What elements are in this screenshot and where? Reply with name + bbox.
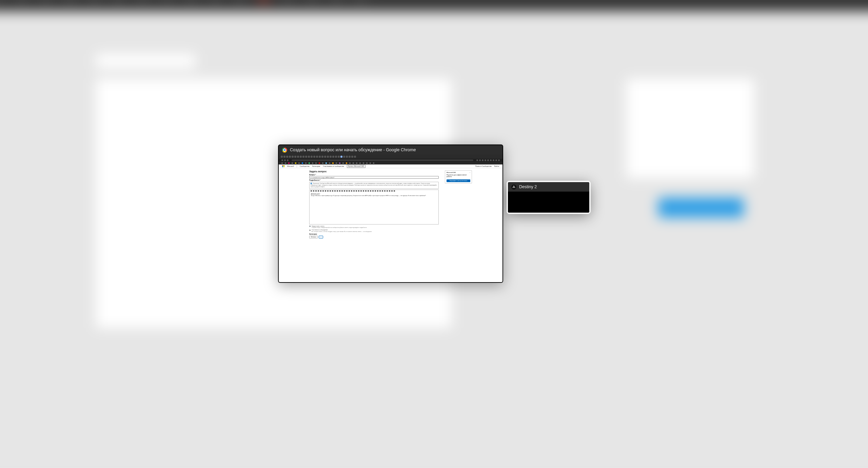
browser-bookmarks-bar <box>279 162 502 164</box>
chrome-icon <box>282 148 287 153</box>
window-preview-content: Microsoft Сообщество Категории Участвова… <box>279 155 502 282</box>
editor-body-text: Запуск Windows, через примерно до 15 рус… <box>311 195 426 196</box>
window-preview-destiny2[interactable]: Destiny 2 <box>507 181 590 213</box>
window-title: Destiny 2 <box>519 184 537 189</box>
details-field-label: Подробности * <box>309 179 439 181</box>
window-title: Создать новый вопрос или начать обсужден… <box>290 148 416 152</box>
question-input-value: не запоминается вход в AOE4 edition? <box>310 177 334 178</box>
ms-community-page: Microsoft Сообщество Категории Участвова… <box>279 164 502 282</box>
question-input[interactable]: не запоминается вход в AOE4 edition? <box>309 176 439 179</box>
page-title: Задать вопрос <box>309 170 439 173</box>
ms-nav-participate: Участвовать в сообществе <box>323 165 344 167</box>
radio2-hint: Вы не ищете ответы, а хотите обсудить те… <box>312 231 372 232</box>
privacy-notice-text: Заявление. Сообщество Microsoft является… <box>311 183 437 188</box>
editor-toolbar[interactable] <box>309 190 439 192</box>
radio1-hint: Создайте вопрос. Модераторы/агенты сообщ… <box>312 227 367 228</box>
microsoft-logo-icon <box>282 165 284 168</box>
radio-provide-answers[interactable]: Предоставить ответы Создайте вопрос. Мод… <box>309 226 439 229</box>
m365-try-button[interactable]: Попробуйте 1 месяц бесплатно <box>447 179 470 182</box>
close-icon[interactable]: × <box>470 172 470 173</box>
radio-on-icon <box>309 226 311 227</box>
window-titlebar: Создать новый вопрос или начать обсужден… <box>279 145 502 155</box>
category-chip-add[interactable]: + <box>319 236 323 238</box>
ms-signin: Войти <box>494 165 499 167</box>
privacy-notice: Заявление. Сообщество Microsoft является… <box>309 182 439 189</box>
window-preview-chrome[interactable]: Создать новый вопрос или начать обсужден… <box>278 144 503 283</box>
radio-discussion[interactable]: Участвовать в обсуждении Вы не ищете отв… <box>309 229 439 232</box>
category-chip-windows[interactable]: Windows <box>309 236 318 238</box>
ms-community-link: Сообщество <box>300 165 310 167</box>
radio-off-icon <box>309 230 311 231</box>
ms-site-header: Microsoft Сообщество Категории Участвова… <box>279 164 502 168</box>
m365-lead: Подписка для эффективной работы <box>447 174 470 178</box>
browser-url-bar <box>279 159 502 162</box>
browser-tabstrip <box>279 155 502 159</box>
m365-promo-card: × Microsoft 365 Подписка для эффективной… <box>445 170 472 183</box>
ms-nav-buy365: Купить Microsoft 365 <box>347 165 366 168</box>
radio1-label: Предоставить ответы <box>312 226 367 227</box>
categories-label: Категории <box>309 233 439 235</box>
ms-nav-categories: Категории <box>312 165 320 167</box>
window-titlebar: Destiny 2 <box>508 182 589 192</box>
question-field-label: Вопрос * <box>309 174 439 176</box>
privacy-checkbox-icon <box>311 183 312 184</box>
destiny-icon <box>511 184 516 190</box>
details-editor[interactable]: Добрый день! Запуск Windows, через приме… <box>309 192 439 225</box>
radio2-label: Участвовать в обсуждении <box>312 229 372 231</box>
m365-brand: Microsoft 365 <box>447 172 470 173</box>
window-preview-content <box>508 192 589 213</box>
ms-brand: Microsoft <box>287 165 294 167</box>
ms-search-hint: Поиск в Сообществе <box>475 165 492 167</box>
